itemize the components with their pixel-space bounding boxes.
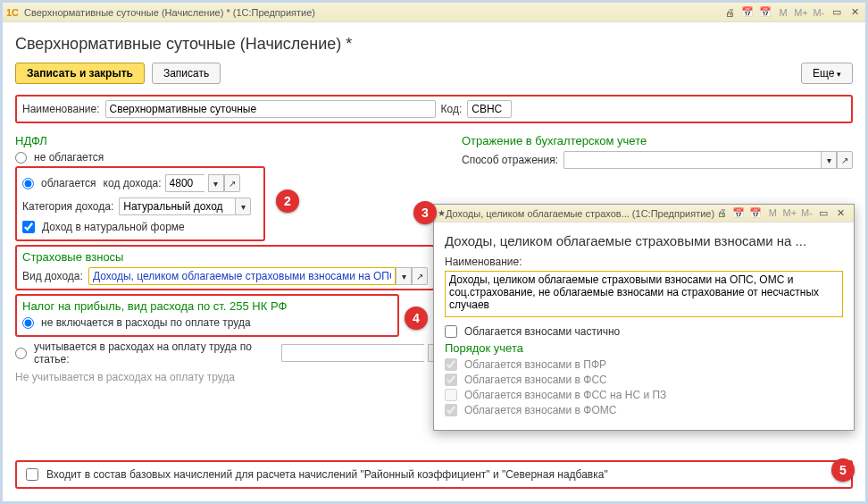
popup-fss-checkbox [445,374,457,386]
callout-5: 5 [831,458,855,482]
save-button[interactable]: Записать [152,63,221,84]
popup-foms-label: Облагается взносами в ФОМС [464,404,616,416]
popup-name-textarea[interactable] [445,271,843,317]
popup-name-label: Наименование: [445,256,843,268]
base-calc-block: Входит в состав базовых начислений для р… [15,460,853,489]
ndfl-none-radio[interactable] [15,152,27,164]
header-fields-block: Наименование: Код: 1 [15,95,853,123]
insurance-block: Страховые взносы Вид дохода: ▾ ↗ [15,245,435,290]
category-label: Категория дохода: [22,200,113,213]
name-input[interactable] [105,100,436,118]
calendar2-icon[interactable]: 📅 [758,5,772,20]
popup-close-icon[interactable]: ✕ [834,206,848,221]
popup-m-icon[interactable]: M [765,206,780,220]
profit-excl-label: не включается в расходы по оплате труда [41,316,251,329]
popup-cal2-icon[interactable]: 📅 [748,206,763,221]
ndfl-taxed-radio[interactable] [22,178,34,189]
code-input[interactable] [467,100,512,118]
popup-pfr-checkbox [445,358,457,371]
popup-section-title: Порядок учета [445,341,843,355]
calendar-icon[interactable]: 📅 [740,5,755,20]
code-label: Код: [441,103,463,115]
income-code-open-icon[interactable]: ↗ [224,174,240,192]
income-type-popup: ★ Доходы, целиком облагаемые страхов... … [433,204,855,431]
popup-mminus-icon[interactable]: M- [799,206,814,220]
accounting-method-open-icon[interactable]: ↗ [837,151,853,169]
ndfl-none-label: не облагается [34,151,104,164]
category-dropdown[interactable]: ▾ [235,197,251,215]
profit-tax-title: Налог на прибыль, вид расхода по ст. 255… [22,299,392,313]
income-code-input[interactable] [165,174,204,192]
ndfl-title: НДФЛ [15,134,444,147]
insurance-type-input[interactable] [88,267,396,285]
profit-article-input[interactable] [281,344,424,362]
popup-heading: Доходы, целиком облагаемые страховыми вз… [445,233,843,248]
popup-fssns-label: Облагается взносами в ФСС на НС и ПЗ [464,389,666,401]
insurance-type-dropdown[interactable]: ▾ [396,267,412,285]
income-code-dropdown[interactable]: ▾ [208,174,224,192]
category-input[interactable] [119,197,235,215]
popup-logo-icon: ★ [438,208,446,218]
popup-titlebar-text: Доходы, целиком облагаемые страхов... (1… [446,208,714,219]
callout-3: 3 [413,201,437,224]
window-title: Сверхнормативные суточные (Начисление) *… [24,7,315,18]
insurance-type-open-icon[interactable]: ↗ [412,267,428,285]
popup-mplus-icon[interactable]: M+ [782,206,797,220]
zoom-m-icon[interactable]: M [776,5,790,20]
popup-foms-checkbox [445,404,457,416]
name-label: Наименование: [22,103,100,115]
popup-fssns-checkbox [445,389,457,401]
popup-pfr-label: Облагается взносами в ПФР [464,358,606,371]
accounting-title: Отражение в бухгалтерском учете [462,134,853,147]
base-calc-label: Входит в состав базовых начислений для р… [46,468,608,481]
popup-print-icon[interactable]: 🖨 [714,206,729,220]
natural-form-checkbox[interactable] [22,221,35,233]
window-titlebar: 1C Сверхнормативные суточные (Начисление… [3,3,865,22]
print-icon[interactable]: 🖨 [722,5,737,20]
income-code-label: код дохода: [104,177,162,189]
close-icon[interactable]: ✕ [847,5,862,20]
base-calc-checkbox[interactable] [26,468,38,481]
app-logo-icon: 1C [6,7,19,18]
popup-fss-label: Облагается взносами в ФСС [464,374,607,386]
accounting-method-input[interactable] [563,151,821,169]
zoom-mminus-icon[interactable]: M- [812,5,826,20]
popup-cal-icon[interactable]: 📅 [731,206,746,221]
profit-tax-block: Налог на прибыль, вид расхода по ст. 255… [15,294,399,337]
page-title: Сверхнормативные суточные (Начисление) * [15,35,853,54]
minimize-icon[interactable]: ▭ [830,5,844,20]
popup-partial-label: Облагается взносами частично [464,325,620,338]
accounting-method-dropdown[interactable]: ▾ [821,151,837,169]
ndfl-taxed-label: облагается [41,177,96,189]
callout-2: 2 [276,189,299,213]
callout-4: 4 [405,307,428,330]
insurance-type-label: Вид дохода: [22,270,83,282]
accounting-method-label: Способ отражения: [462,154,558,166]
natural-form-label: Доход в натуральной форме [42,221,185,233]
zoom-mplus-icon[interactable]: M+ [794,5,808,20]
profit-incl-radio[interactable] [15,348,27,359]
profit-excl-radio[interactable] [22,317,34,329]
profit-incl-label: учитывается в расходах на оплату труда п… [34,340,274,365]
more-button[interactable]: Еще [801,63,853,84]
profit-tax-note: Не учитывается в расходах на оплату труд… [15,371,444,383]
save-close-button[interactable]: Записать и закрыть [15,63,145,84]
popup-min-icon[interactable]: ▭ [816,206,830,221]
popup-partial-checkbox[interactable] [445,325,457,338]
ndfl-taxed-block: облагается код дохода: ▾ ↗ Категория дох… [15,166,265,241]
insurance-title: Страховые взносы [22,250,428,264]
